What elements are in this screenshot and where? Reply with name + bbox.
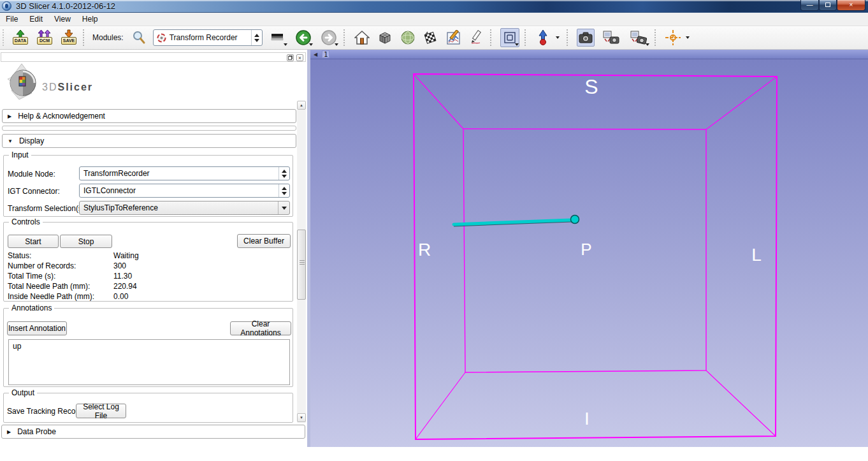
dicom-button[interactable]: DCM bbox=[36, 29, 53, 46]
save-button[interactable]: SAVE bbox=[61, 29, 77, 46]
load-data-button[interactable]: DATA bbox=[12, 29, 29, 46]
module-panel: × 3DSlicer ▶ Help & Acknowledgement ▼ bbox=[0, 50, 307, 461]
minimize-button[interactable]: — bbox=[800, 0, 819, 11]
igt-connector-combobox[interactable]: IGTLConnector bbox=[79, 184, 290, 198]
orientation-label-inferior: I bbox=[584, 409, 590, 429]
orientation-label-superior: S bbox=[584, 75, 598, 99]
dicom-label: DCM bbox=[37, 37, 52, 45]
insert-annotation-button[interactable]: Insert Annotation bbox=[7, 321, 67, 335]
toolbar-separator bbox=[567, 29, 570, 46]
undock-icon bbox=[288, 55, 293, 60]
menu-file[interactable]: File bbox=[0, 13, 24, 25]
home-button[interactable] bbox=[354, 29, 370, 47]
search-icon bbox=[132, 31, 146, 45]
viewport-pin-icon[interactable]: ◀ bbox=[314, 52, 317, 57]
slicer-logo-text: 3DSlicer bbox=[42, 82, 93, 93]
pen-icon bbox=[469, 30, 484, 45]
slice-view-button[interactable] bbox=[423, 29, 439, 47]
undock-panel-button[interactable] bbox=[287, 54, 294, 61]
module-history-button[interactable] bbox=[268, 29, 287, 47]
module-node-combobox[interactable]: TransformRecorder bbox=[79, 166, 290, 180]
inside-needle-path-label: Inside Needle Path (mm): bbox=[8, 292, 113, 302]
panel-scrollbar[interactable]: ▲ ▼ bbox=[297, 110, 306, 423]
annotations-textarea[interactable]: up bbox=[8, 339, 290, 385]
collapsed-arrow-icon: ▶ bbox=[8, 113, 11, 119]
clear-buffer-button[interactable]: Clear Buffer bbox=[237, 234, 291, 248]
output-groupbox: Output Save Tracking Record Select Log F… bbox=[3, 393, 293, 423]
back-dropdown-icon bbox=[309, 43, 313, 46]
panel-topbar: × bbox=[1, 52, 306, 62]
output-group-title: Output bbox=[9, 388, 37, 397]
forward-button[interactable] bbox=[319, 29, 338, 47]
spin-down-icon bbox=[282, 175, 287, 178]
module-search-button[interactable] bbox=[131, 29, 147, 47]
cube-edge bbox=[706, 77, 777, 129]
menu-edit[interactable]: Edit bbox=[24, 13, 48, 25]
collapsed-arrow-icon: ▶ bbox=[7, 429, 11, 435]
data-probe-header[interactable]: ▶ Data Probe bbox=[1, 425, 305, 439]
scene-views-menu-button[interactable] bbox=[628, 29, 649, 47]
clear-annotations-button[interactable]: Clear Annotations bbox=[230, 321, 291, 335]
scroll-up-button[interactable]: ▲ bbox=[297, 101, 306, 110]
window-titlebar[interactable]: 3D Slicer 4.1.0-2012-06-12 — × bbox=[0, 0, 868, 13]
toolbar-handle[interactable] bbox=[3, 29, 6, 46]
orientation-label-posterior: P bbox=[581, 240, 591, 260]
stop-button[interactable]: Stop bbox=[60, 235, 112, 248]
scroll-down-button[interactable]: ▼ bbox=[297, 413, 306, 422]
charts-button[interactable] bbox=[445, 29, 462, 47]
module-icon bbox=[157, 33, 166, 43]
mouse-mode-dropdown-icon[interactable] bbox=[556, 36, 560, 39]
spin-down-icon bbox=[254, 39, 259, 42]
module-selector-spinner[interactable] bbox=[251, 30, 262, 45]
save-tracking-record-label: Save Tracking Record bbox=[7, 407, 82, 416]
cube-edge bbox=[416, 372, 465, 439]
toolbar-separator bbox=[524, 29, 528, 46]
volume-rendering-button[interactable] bbox=[377, 29, 393, 47]
annotations-button[interactable] bbox=[468, 29, 485, 47]
select-log-file-button[interactable]: Select Log File bbox=[76, 404, 126, 418]
viewport-tab-label: 1 bbox=[322, 50, 329, 58]
module-node-spinner[interactable] bbox=[278, 167, 289, 180]
total-time-row: Total Time (s): 11.30 bbox=[8, 272, 288, 282]
layout-selector-button[interactable] bbox=[500, 28, 519, 47]
transform-selection-arrow[interactable] bbox=[278, 201, 289, 214]
forward-dropdown-icon bbox=[335, 43, 338, 46]
mouse-mode-button[interactable] bbox=[535, 29, 551, 47]
scrollbar-thumb[interactable] bbox=[297, 230, 306, 300]
models-button[interactable] bbox=[400, 29, 416, 47]
restore-button[interactable] bbox=[819, 0, 837, 11]
module-node-value: TransformRecorder bbox=[83, 169, 150, 178]
main-toolbar: DATA DCM SAVE Modules: Transform Recorde… bbox=[0, 26, 868, 50]
display-section-header[interactable]: ▼ Display bbox=[2, 134, 296, 148]
screenshot-button[interactable] bbox=[577, 29, 595, 47]
crosshair-dropdown-icon[interactable] bbox=[686, 36, 690, 39]
total-needle-path-label: Total Needle Path (mm): bbox=[8, 282, 113, 292]
history-icon bbox=[271, 33, 285, 43]
back-button[interactable] bbox=[294, 29, 313, 47]
transform-selection-dropdown[interactable]: StylusTipToReference bbox=[79, 201, 290, 215]
menu-help[interactable]: Help bbox=[76, 13, 104, 25]
start-button[interactable]: Start bbox=[8, 235, 59, 248]
total-time-label: Total Time (s): bbox=[8, 272, 113, 282]
igt-connector-label: IGT Connector: bbox=[8, 187, 60, 196]
module-selector-combobox[interactable]: Transform Recorder bbox=[153, 29, 263, 46]
total-needle-path-value: 220.94 bbox=[113, 282, 137, 292]
spin-up-icon bbox=[254, 34, 259, 37]
crosshair-button[interactable] bbox=[665, 29, 681, 47]
menu-view[interactable]: View bbox=[48, 13, 76, 25]
close-panel-button[interactable]: × bbox=[296, 54, 303, 61]
save-label: SAVE bbox=[61, 37, 76, 45]
3d-viewport[interactable]: S R P L I bbox=[310, 59, 868, 447]
annotations-group-title: Annotations bbox=[9, 304, 54, 312]
igt-connector-spinner[interactable] bbox=[278, 184, 289, 197]
green-sphere-icon bbox=[400, 30, 416, 45]
inside-needle-path-value: 0.00 bbox=[113, 292, 128, 302]
layout-dropdown-icon bbox=[515, 43, 519, 46]
scene-views-button[interactable] bbox=[601, 29, 621, 47]
help-acknowledgement-header[interactable]: ▶ Help & Acknowledgement bbox=[2, 109, 296, 123]
transform-selection-value: StylusTipToReference bbox=[83, 203, 158, 212]
close-button[interactable]: × bbox=[837, 0, 865, 11]
window-title: 3D Slicer 4.1.0-2012-06-12 bbox=[16, 1, 115, 11]
module-selector-value: Transform Recorder bbox=[170, 33, 238, 42]
toolbar-separator bbox=[655, 29, 658, 46]
